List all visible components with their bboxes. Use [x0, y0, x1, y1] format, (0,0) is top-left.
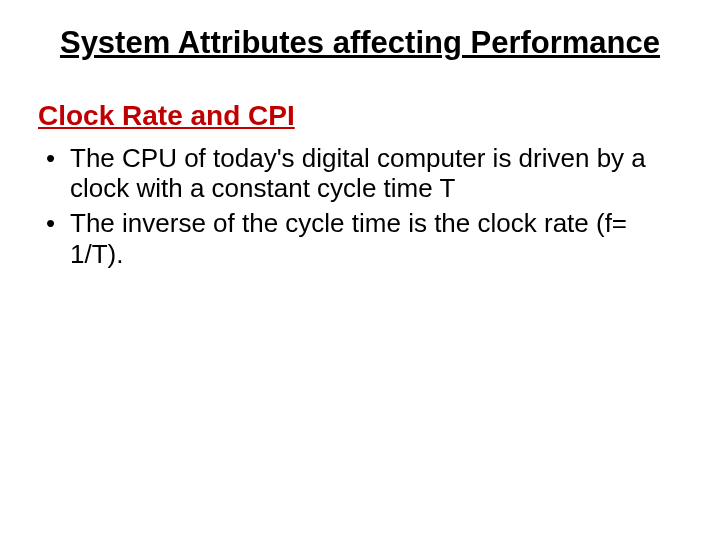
slide-subheading: Clock Rate and CPI [38, 99, 682, 133]
list-item: The CPU of today's digital computer is d… [64, 143, 682, 204]
slide-title: System Attributes affecting Performance [38, 24, 682, 61]
bullet-list: The CPU of today's digital computer is d… [38, 143, 682, 270]
slide: System Attributes affecting Performance … [0, 0, 720, 540]
list-item: The inverse of the cycle time is the clo… [64, 208, 682, 269]
